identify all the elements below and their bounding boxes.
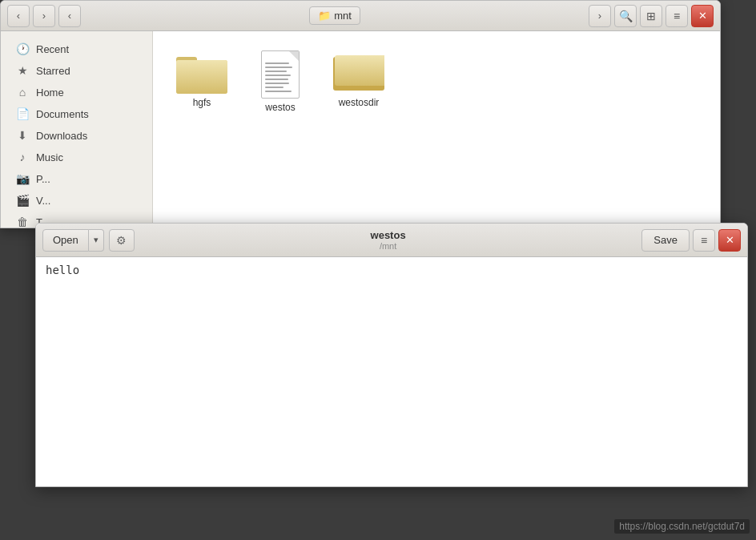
search-button[interactable]: 🔍 <box>614 5 637 27</box>
back-button[interactable]: ‹ <box>7 5 30 27</box>
view-toggle-button[interactable]: ⊞ <box>640 5 662 27</box>
file-item-westos[interactable]: westos <box>244 44 316 119</box>
file-item-westosdir[interactable]: westosdir <box>323 44 395 119</box>
embed-icon: ⚙ <box>116 234 127 247</box>
breadcrumb-mnt[interactable]: 📁 mnt <box>309 6 360 25</box>
prev-location-button[interactable]: ‹ <box>58 5 81 27</box>
sidebar-label-documents: Documents <box>36 108 89 120</box>
editor-filename: westos <box>135 229 642 241</box>
recent-icon: 🕐 <box>15 42 30 55</box>
sidebar-item-pictures[interactable]: 📷 P... <box>4 168 149 189</box>
next-location-button[interactable]: › <box>589 5 611 27</box>
folder-icon-hgfs <box>176 50 227 94</box>
te-titlebar: Open ▾ ⚙ westos /mnt Save ≡ ✕ <box>36 224 747 257</box>
fm-sidebar: 🕐 Recent ★ Starred ⌂ Home 📄 Documents ⬇ … <box>1 31 153 228</box>
sidebar-label-starred: Starred <box>36 65 70 77</box>
documents-icon: 📄 <box>15 107 30 120</box>
editor-menu-button[interactable]: ≡ <box>693 229 715 252</box>
file-manager-window: ‹ › ‹ 📁 mnt › 🔍 ⊞ ≡ ✕ 🕐 Recent ★ St <box>0 0 721 228</box>
menu-button[interactable]: ≡ <box>666 5 688 27</box>
fm-body: 🕐 Recent ★ Starred ⌂ Home 📄 Documents ⬇ … <box>1 31 720 228</box>
editor-filepath: /mnt <box>135 241 642 251</box>
text-file-icon-westos <box>261 50 300 99</box>
fm-toolbar-right: 🔍 ⊞ ≡ ✕ <box>614 5 714 27</box>
sidebar-label-recent: Recent <box>36 43 69 55</box>
sidebar-item-downloads[interactable]: ⬇ Downloads <box>4 125 149 146</box>
menu-icon: ≡ <box>701 234 707 247</box>
open-dropdown-arrow[interactable]: ▾ <box>89 229 104 252</box>
file-label-hgfs: hgfs <box>193 97 211 108</box>
watermark: https://blog.csdn.net/gctdut7d <box>614 519 750 534</box>
sidebar-label-videos: V... <box>36 195 50 207</box>
starred-icon: ★ <box>15 64 30 77</box>
music-icon: ♪ <box>15 151 30 163</box>
sidebar-label-music: Music <box>36 151 63 163</box>
sidebar-item-recent[interactable]: 🕐 Recent <box>4 38 149 59</box>
videos-icon: 🎬 <box>15 194 30 207</box>
home-icon: ⌂ <box>15 86 30 99</box>
sidebar-item-home[interactable]: ⌂ Home <box>4 82 149 103</box>
sidebar-label-pictures: P... <box>36 173 50 185</box>
file-label-westosdir: westosdir <box>339 97 380 108</box>
editor-textarea[interactable]: hello <box>36 257 747 486</box>
downloads-icon: ⬇ <box>15 129 30 142</box>
fm-titlebar: ‹ › ‹ 📁 mnt › 🔍 ⊞ ≡ ✕ <box>1 1 720 31</box>
breadcrumb-label: mnt <box>334 10 352 22</box>
forward-button[interactable]: › <box>33 5 55 27</box>
sidebar-item-music[interactable]: ♪ Music <box>4 147 149 167</box>
open-button[interactable]: Open <box>42 229 89 252</box>
folder-icon-small: 📁 <box>318 10 331 22</box>
svg-rect-5 <box>335 55 384 86</box>
file-label-westos: westos <box>265 102 295 113</box>
sidebar-item-videos[interactable]: 🎬 V... <box>4 190 149 211</box>
save-label: Save <box>653 234 678 246</box>
file-item-hgfs[interactable]: hgfs <box>166 44 238 119</box>
embed-button[interactable]: ⚙ <box>109 229 135 252</box>
arrow-icon: ▾ <box>94 235 99 245</box>
breadcrumb-container: 📁 mnt <box>84 6 585 25</box>
pictures-icon: 📷 <box>15 172 30 185</box>
close-icon: ✕ <box>726 234 734 246</box>
svg-rect-2 <box>176 60 227 94</box>
open-label: Open <box>53 234 78 246</box>
fm-content: hgfs <box>153 31 720 228</box>
text-editor-window: Open ▾ ⚙ westos /mnt Save ≡ ✕ hello <box>35 223 748 487</box>
editor-close-button[interactable]: ✕ <box>718 229 741 252</box>
folder-icon-westosdir <box>333 50 384 94</box>
trash-icon: 🗑 <box>15 216 30 228</box>
close-button[interactable]: ✕ <box>691 5 714 27</box>
sidebar-label-downloads: Downloads <box>36 130 87 142</box>
save-button[interactable]: Save <box>641 229 690 252</box>
sidebar-label-home: Home <box>36 87 64 99</box>
te-title-center: westos /mnt <box>135 229 642 251</box>
sidebar-item-documents[interactable]: 📄 Documents <box>4 103 149 124</box>
sidebar-item-starred[interactable]: ★ Starred <box>4 60 149 81</box>
